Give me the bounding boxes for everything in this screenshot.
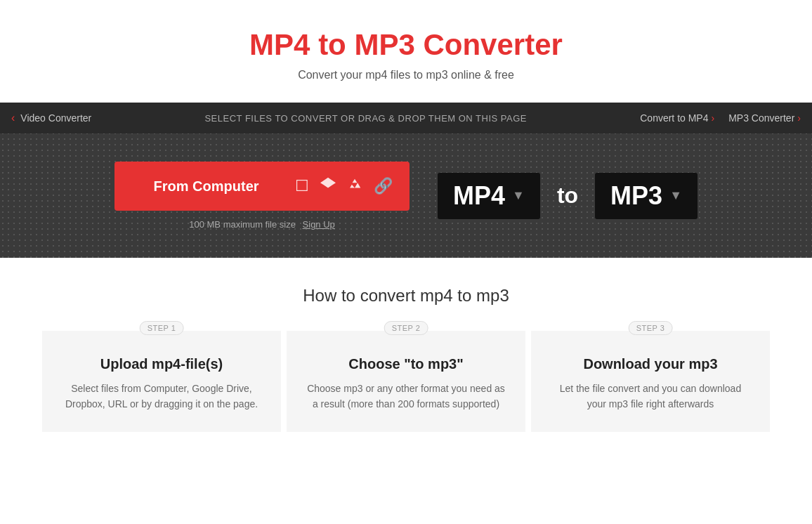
format-selector: MP4 ▼ to MP3 ▼ [438,173,698,219]
converter-bar: ‹ Video Converter SELECT FILES TO CONVER… [0,103,812,258]
step-desc-3: Let the file convert and you can downloa… [551,381,750,412]
to-format-box[interactable]: MP3 ▼ [595,173,698,219]
step-heading-2: Choose "to mp3" [306,356,506,372]
to-format-label: MP3 [610,181,662,211]
step-desc-1: Select files from Computer, Google Drive… [62,381,261,412]
from-format-box[interactable]: MP4 ▼ [438,173,540,219]
right-chevron-icon-1: › [712,112,715,124]
steps-title: How to convert mp4 to mp3 [42,286,770,306]
page-subtitle: Convert your mp4 files to mp3 online & f… [14,69,798,81]
url-link-icon: 🔗 [374,177,393,195]
step-label-3: STEP 3 [629,321,673,335]
page-title: MP4 to MP3 Converter [14,28,798,62]
step-label-2: STEP 2 [384,321,428,335]
nav-right: Convert to MP4 › MP3 Converter › [640,112,801,124]
step-card-2: STEP 2 Choose "to mp3" Choose mp3 or any… [287,331,525,432]
page-header: MP4 to MP3 Converter Convert your mp4 fi… [0,0,812,103]
upload-icons: ☐ 🔗 [295,176,393,196]
converter-main: From Computer ☐ [0,133,812,258]
nav-convert-mp4[interactable]: Convert to MP4 › [640,112,714,124]
step-heading-1: Upload mp4-file(s) [62,356,261,372]
steps-section: How to convert mp4 to mp3 STEP 1 Upload … [0,258,812,467]
nav-mp3-converter-label: MP3 Converter [728,112,794,124]
nav-bar: ‹ Video Converter SELECT FILES TO CONVER… [0,103,812,133]
steps-container: STEP 1 Upload mp4-file(s) Select files f… [42,331,770,432]
nav-mp3-converter[interactable]: MP3 Converter › [728,112,801,124]
nav-center-text: SELECT FILES TO CONVERT OR DRAG & DROP T… [91,113,640,124]
from-format-dropdown-icon: ▼ [512,188,525,203]
step-label-1: STEP 1 [140,321,184,335]
upload-section: From Computer ☐ [114,162,410,230]
nav-convert-mp4-label: Convert to MP4 [640,112,708,124]
nav-left-link[interactable]: ‹ Video Converter [11,112,91,124]
step-desc-2: Choose mp3 or any other format you need … [306,381,506,412]
nav-left-label: Video Converter [20,112,91,124]
to-format-dropdown-icon: ▼ [669,188,682,203]
right-chevron-icon-2: › [797,112,801,124]
step-card-1: STEP 1 Upload mp4-file(s) Select files f… [42,331,281,432]
dropbox-icon [320,176,336,196]
file-size-note: 100 MB maximum file size Sign Up [189,219,335,230]
left-chevron-icon: ‹ [11,112,15,124]
computer-icon: ☐ [295,177,309,195]
signup-link[interactable]: Sign Up [303,219,335,230]
from-format-label: MP4 [453,181,505,211]
to-separator: to [540,183,595,209]
step-card-3: STEP 3 Download your mp3 Let the file co… [531,331,770,432]
step-heading-3: Download your mp3 [551,356,750,372]
upload-button[interactable]: From Computer ☐ [114,162,410,211]
google-drive-icon [347,176,362,196]
upload-button-label: From Computer [131,178,281,195]
